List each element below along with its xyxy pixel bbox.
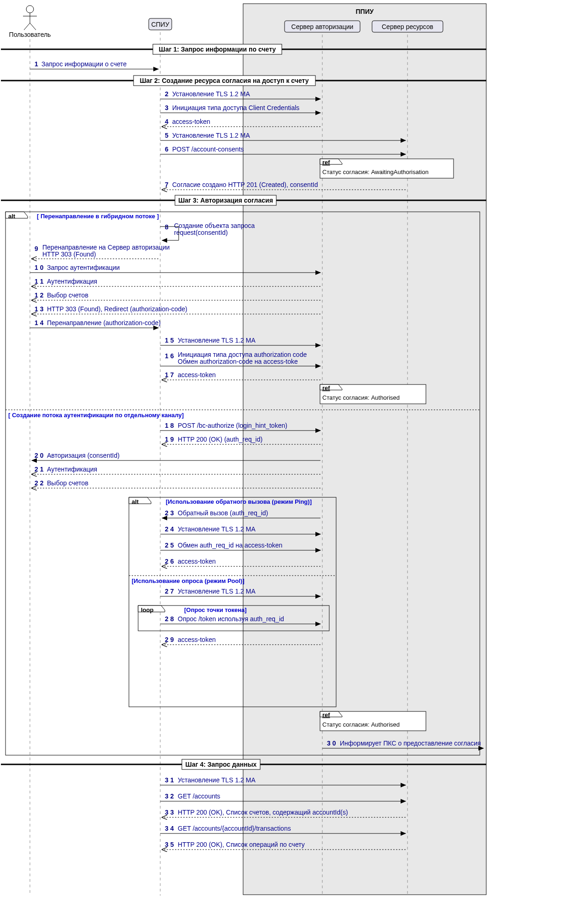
svg-text:POST /account-consents: POST /account-consents [172, 146, 244, 153]
svg-text:[Опрос точки токена]: [Опрос точки токена] [184, 606, 247, 613]
svg-text:1 6: 1 6 [165, 352, 174, 360]
svg-text:[ Перенаправление в гибридном : [ Перенаправление в гибридном потоке ] [37, 213, 159, 220]
svg-text:Выбор счетов: Выбор счетов [47, 479, 88, 487]
svg-text:Инициация типа доступа Client : Инициация типа доступа Client Credential… [172, 104, 299, 111]
svg-text:9: 9 [35, 245, 38, 252]
ppiu-label: ППИУ [356, 8, 374, 15]
svg-text:8: 8 [165, 223, 169, 231]
svg-text:2 7: 2 7 [165, 588, 174, 595]
svg-text:Авторизация (consentId): Авторизация (consentId) [47, 452, 120, 459]
svg-text:2 5: 2 5 [165, 542, 174, 549]
svg-text:Обмен auth_req_id на access-to: Обмен auth_req_id на access-token [178, 542, 282, 549]
svg-text:Инициация типа доступа authori: Инициация типа доступа authorization cod… [178, 351, 307, 358]
svg-line-3 [30, 23, 36, 30]
svg-text:2: 2 [165, 90, 169, 98]
svg-text:alt: alt [132, 498, 139, 505]
svg-text:1 5: 1 5 [165, 337, 174, 344]
svg-text:Согласие создано HTTP 201 (Cre: Согласие создано HTTP 201 (Created), con… [172, 181, 318, 188]
svg-text:alt: alt [8, 213, 16, 220]
svg-text:3 1: 3 1 [165, 776, 174, 784]
svg-text:GET /accounts: GET /accounts [178, 792, 220, 800]
res-label: Сервер ресурсов [382, 23, 433, 30]
svg-text:1: 1 [35, 60, 38, 68]
svg-text:4: 4 [165, 118, 169, 125]
svg-text:Перенаправление на Сервер авто: Перенаправление на Сервер авторизации [42, 244, 170, 251]
svg-text:Статус согласия: Authorised: Статус согласия: Authorised [322, 721, 400, 728]
svg-text:3: 3 [165, 104, 169, 111]
svg-text:1 7: 1 7 [165, 371, 174, 379]
svg-text:3 0: 3 0 [327, 740, 336, 747]
svg-text:1 8: 1 8 [165, 422, 174, 429]
step2-label: Шаг 2: Создание ресурса согласия на дост… [140, 77, 309, 84]
svg-text:2 2: 2 2 [35, 479, 44, 487]
svg-text:1 0: 1 0 [35, 264, 44, 271]
svg-text:HTTP 200 (OK) (auth_req_id): HTTP 200 (OK) (auth_req_id) [178, 436, 262, 443]
svg-text:Статус согласия: Authorised: Статус согласия: Authorised [322, 394, 400, 401]
svg-text:Установление TLS 1.2 MA: Установление TLS 1.2 MA [178, 337, 256, 344]
svg-text:1 2: 1 2 [35, 291, 44, 299]
sequence-diagram: ППИУ Пользователь СПИУ Сервер авторизаци… [0, 0, 588, 897]
svg-text:1 4: 1 4 [35, 319, 44, 326]
svg-text:HTTP 200 (OK), Список счетов, : HTTP 200 (OK), Список счетов, содержащий… [178, 809, 348, 816]
svg-text:access-token: access-token [178, 371, 215, 379]
svg-text:[Использование обратного вызов: [Использование обратного вызова (режим P… [166, 498, 312, 505]
svg-text:Установление TLS 1.2 MA: Установление TLS 1.2 MA [178, 525, 256, 533]
svg-text:ref: ref [322, 384, 330, 391]
svg-text:ref: ref [322, 159, 330, 166]
svg-text:1 3: 1 3 [35, 305, 44, 313]
svg-text:3 5: 3 5 [165, 841, 174, 848]
svg-text:POST /bc-authorize (login_hint: POST /bc-authorize (login_hint_token) [178, 422, 287, 429]
svg-text:Аутентификация: Аутентификация [47, 278, 97, 285]
svg-text:ref: ref [322, 711, 330, 718]
svg-text:access-token: access-token [178, 636, 215, 643]
svg-text:Информирует ПКС о предоставлен: Информирует ПКС о предоставление согласи… [340, 740, 481, 747]
svg-text:Установление TLS 1.2 MA: Установление TLS 1.2 MA [178, 776, 256, 784]
svg-text:loop: loop [141, 606, 153, 613]
svg-text:5: 5 [165, 132, 169, 139]
svg-text:3 4: 3 4 [165, 825, 174, 832]
svg-text:HTTP 303 (Found): HTTP 303 (Found) [42, 250, 96, 258]
svg-text:[ Создание потока аутентификац: [ Создание потока аутентификации по отде… [8, 412, 184, 419]
svg-text:2 8: 2 8 [165, 615, 174, 623]
svg-text:2 3: 2 3 [165, 509, 174, 517]
ppiu-box [243, 4, 486, 895]
svg-text:1 9: 1 9 [165, 436, 174, 443]
user-label: Пользователь [9, 31, 51, 38]
svg-text:Обмен authorization-code на ac: Обмен authorization-code на access-toke [178, 358, 298, 365]
svg-text:2 6: 2 6 [165, 558, 174, 565]
svg-text:HTTP 200 (OK), Список операций: HTTP 200 (OK), Список операций по счету [178, 841, 305, 848]
svg-text:Выбор счетов: Выбор счетов [47, 291, 88, 299]
spiu-label: СПИУ [151, 21, 169, 28]
svg-text:access-token: access-token [172, 118, 210, 125]
svg-text:2 0: 2 0 [35, 452, 44, 459]
step3-label: Шаг 3: Авторизация согласия [178, 197, 273, 204]
msg-1: Запрос информации о счете [41, 60, 127, 68]
svg-text:7: 7 [165, 181, 169, 188]
user-actor-head [26, 6, 34, 13]
svg-text:Установление TLS 1.2 MA: Установление TLS 1.2 MA [178, 588, 256, 595]
auth-label: Сервер авторизации [291, 23, 354, 30]
svg-text:3 3: 3 3 [165, 809, 174, 816]
svg-text:2 4: 2 4 [165, 525, 174, 533]
svg-text:[Использование опроса (режим P: [Использование опроса (режим Pool)] [132, 577, 245, 584]
svg-text:2 9: 2 9 [165, 636, 174, 643]
svg-text:request(consentId): request(consentId) [174, 229, 228, 236]
svg-text:1 1: 1 1 [35, 278, 44, 285]
svg-text:Аутентификация: Аутентификация [47, 466, 97, 473]
step1-label: Шаг 1: Запрос информации по счету [159, 46, 276, 53]
svg-text:Запрос аутентификации: Запрос аутентификации [47, 264, 120, 271]
svg-text:Создание объекта запроса: Создание объекта запроса [174, 222, 255, 229]
svg-text:Установление TLS 1.2 MA: Установление TLS 1.2 MA [172, 132, 250, 139]
ref1-text: Статус согласия: AwaitingAuthorisation [322, 169, 429, 175]
svg-text:Обратный вызов (auth_req_id): Обратный вызов (auth_req_id) [178, 509, 268, 517]
step4-label: Шаг 4: Запрос данных [186, 761, 257, 768]
svg-text:Перенаправление (authorization: Перенаправление (authorization-code) [47, 319, 161, 326]
svg-line-2 [24, 23, 30, 30]
svg-text:3 2: 3 2 [165, 792, 174, 800]
svg-text:6: 6 [165, 146, 169, 153]
svg-text:HTTP 303 (Found), Redirect (au: HTTP 303 (Found), Redirect (authorizatio… [47, 305, 187, 313]
svg-text:Установление TLS 1.2 MA: Установление TLS 1.2 MA [172, 90, 250, 98]
svg-text:2 1: 2 1 [35, 466, 44, 473]
svg-text:GET /accounts/{accountId}/tran: GET /accounts/{accountId}/transactions [178, 825, 291, 832]
svg-text:access-token: access-token [178, 558, 215, 565]
